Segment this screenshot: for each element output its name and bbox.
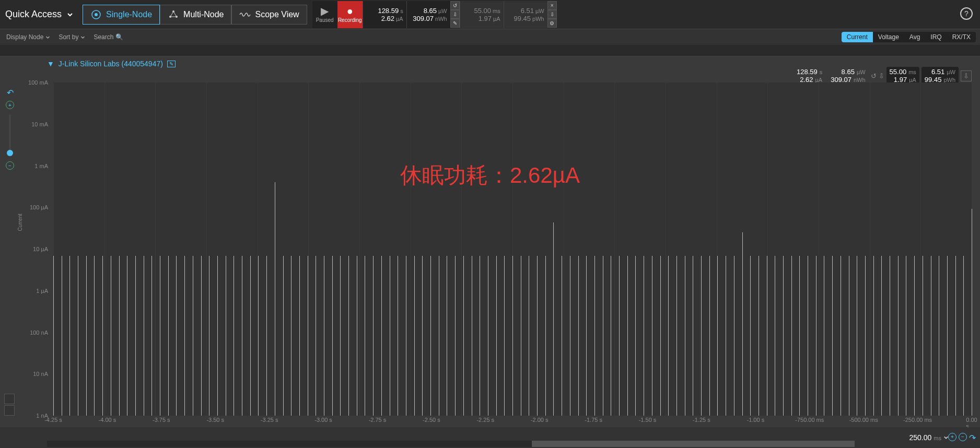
record-button[interactable]: ● Recording — [337, 1, 363, 28]
x-tick: -3.00 s — [314, 417, 332, 423]
stat-col-3: 55.00ms 1.97µA — [460, 1, 504, 28]
stat-col-4: 6.51µW 99.45pWh — [504, 1, 547, 28]
x-tick: -2.50 s — [423, 417, 440, 423]
data-spike — [783, 256, 784, 416]
data-spike — [496, 256, 497, 416]
play-state-label: Paused — [316, 17, 334, 23]
download-icon[interactable]: ⇩ — [450, 10, 460, 19]
data-spike — [242, 256, 242, 416]
data-spike — [709, 256, 710, 416]
zoom-in-button[interactable]: + — [6, 101, 14, 109]
data-spike — [923, 256, 923, 416]
data-spike — [545, 256, 546, 416]
triangle-down-icon: ▼ — [47, 60, 54, 68]
data-spike — [914, 256, 915, 416]
data-spike — [693, 256, 693, 416]
x-tick: -500.00 ms — [849, 417, 878, 423]
plot-stat-g1: 128.59s 2.62µA — [794, 68, 825, 84]
data-spike — [898, 256, 899, 416]
data-spike — [668, 256, 669, 416]
data-spike — [439, 256, 439, 416]
y-tick: 1 mA — [34, 163, 48, 169]
user-annotation: 休眠功耗：2.62µA — [400, 161, 580, 190]
mini-buttons-2: × ⇩ ⚙ — [547, 1, 557, 28]
zoom-in-x-icon[interactable]: + — [948, 433, 956, 441]
chevron-down-icon — [67, 11, 73, 18]
data-spike — [627, 256, 628, 416]
data-spike — [151, 256, 152, 416]
data-spike — [348, 256, 349, 416]
data-spike — [537, 256, 538, 416]
edit-small-icon[interactable]: ✎ — [167, 61, 176, 67]
data-spike — [512, 256, 513, 416]
data-spike — [750, 256, 751, 416]
top-toolbar: Quick Access Single-Node Multi-Node Scop… — [0, 0, 980, 29]
question-icon: ? — [964, 9, 969, 18]
x-tick: -2.75 s — [369, 417, 387, 423]
play-pause-button[interactable]: ▶ Paused — [312, 1, 337, 28]
time-scrollbar[interactable] — [47, 441, 855, 447]
data-type-toggle: Current Voltage Avg IRQ RX/TX — [842, 32, 976, 42]
pill-current[interactable]: Current — [842, 32, 873, 42]
reset-icon[interactable]: ↺ — [450, 1, 460, 10]
bottom-bar: 250.00 ms + − ↷ — [0, 427, 980, 448]
x-tick: -2.00 s — [531, 417, 549, 423]
plot-reset-icon[interactable]: ↺ — [871, 72, 877, 80]
zoom-slider-thumb[interactable] — [7, 150, 13, 156]
save-icon[interactable]: ⇩ — [547, 10, 557, 19]
data-spike — [873, 256, 874, 416]
pill-avg[interactable]: Avg — [904, 32, 925, 42]
data-spike — [119, 256, 120, 416]
quick-access-menu[interactable]: Quick Access — [0, 9, 77, 20]
settings-icon[interactable]: ⚙ — [547, 19, 557, 28]
data-spike — [102, 256, 103, 416]
tab-scope-view-label: Scope View — [255, 10, 299, 19]
plot-canvas[interactable] — [53, 82, 972, 416]
zoom-out-x-icon[interactable]: − — [959, 433, 967, 441]
undo-icon[interactable]: ↶ — [7, 88, 14, 98]
tab-multi-node[interactable]: Multi-Node — [160, 5, 231, 25]
help-button[interactable]: ? — [960, 7, 973, 20]
y-axis-title: Current — [17, 214, 23, 231]
data-spike — [414, 256, 415, 416]
redo-icon[interactable]: ↷ — [969, 433, 976, 443]
pill-rxtx[interactable]: RX/TX — [947, 32, 976, 42]
data-spike — [947, 256, 948, 416]
zoom-slider[interactable] — [9, 114, 11, 156]
data-spike — [504, 256, 505, 416]
zoom-out-button[interactable]: − — [6, 161, 14, 170]
plot-save-icon[interactable]: ⇩ — [961, 70, 972, 81]
select-tool-button[interactable] — [4, 394, 15, 404]
x-tick: -3.25 s — [261, 417, 278, 423]
close-icon[interactable]: × — [547, 1, 557, 10]
data-spike — [717, 256, 718, 416]
data-spike — [594, 256, 595, 416]
data-spike — [226, 256, 226, 416]
pill-voltage[interactable]: Voltage — [873, 32, 904, 42]
data-spike — [865, 256, 866, 416]
plot-node-selector[interactable]: ▼ J-Link Silicon Labs (440054947) ✎ — [47, 60, 176, 68]
pill-irq[interactable]: IRQ — [925, 32, 947, 42]
tab-single-node[interactable]: Single-Node — [83, 5, 160, 25]
data-spike — [340, 256, 341, 416]
data-spike — [201, 256, 202, 416]
time-scrollbar-thumb[interactable] — [532, 441, 855, 447]
selection-tools — [4, 394, 15, 416]
marker-tool-button[interactable] — [4, 405, 15, 416]
data-spike — [250, 256, 251, 416]
edit-icon[interactable]: ✎ — [450, 19, 460, 28]
display-node-menu[interactable]: Display Node — [2, 33, 54, 41]
x-tick: -2.25 s — [476, 417, 494, 423]
x-tick: -250.00 ms — [903, 417, 932, 423]
search-input[interactable]: Search🔍 — [89, 33, 127, 41]
x-tick: -750.00 ms — [795, 417, 824, 423]
data-spike — [578, 256, 579, 416]
waveform-icon — [239, 9, 251, 20]
time-ruler — [0, 45, 980, 56]
sort-by-menu[interactable]: Sort by — [54, 33, 89, 41]
y-tick: 1 µA — [36, 288, 48, 294]
data-spike — [160, 256, 160, 416]
tab-scope-view[interactable]: Scope View — [231, 5, 307, 25]
plot-download-icon[interactable]: ⇩ — [879, 72, 884, 80]
plot-stat-g3: 55.00ms 1.97µA — [886, 67, 919, 85]
